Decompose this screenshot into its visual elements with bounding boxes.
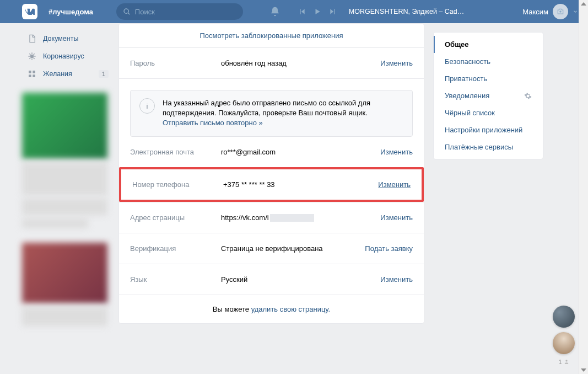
verify-request-link[interactable]: Подать заявку <box>365 244 413 253</box>
svg-line-8 <box>29 54 30 55</box>
redacted-block <box>270 214 314 222</box>
change-address-link[interactable]: Изменить <box>380 213 413 222</box>
row-value: Русский <box>221 275 380 284</box>
grid-icon <box>26 68 37 79</box>
notifications-icon[interactable] <box>269 6 280 17</box>
tab-blacklist[interactable]: Чёрный список <box>434 104 543 121</box>
change-password-link[interactable]: Изменить <box>380 59 413 67</box>
nav-wishes[interactable]: Желания 1 <box>22 65 113 83</box>
media-controls <box>298 8 337 15</box>
blocked-apps-row: Посмотреть заблокированные приложения <box>119 24 424 47</box>
top-header: #лучшедома Поиск MORGENSHTERN, Элджей – … <box>0 0 588 23</box>
sidebar-ads <box>22 93 113 326</box>
svg-point-0 <box>124 9 128 13</box>
left-sidebar: Документы Коронавирус Желания 1 <box>22 23 113 374</box>
settings-panel: Посмотреть заблокированные приложения Па… <box>118 23 424 324</box>
row-password: Пароль обновлён год назад Изменить <box>119 47 424 78</box>
row-value: Страница не верифицирована <box>221 244 365 253</box>
chat-avatar[interactable] <box>553 332 575 354</box>
row-address: Адрес страницы https://vk.com/i Изменить <box>119 202 424 233</box>
delete-prefix: Вы можете <box>213 305 251 313</box>
row-label: Верификация <box>130 244 221 253</box>
svg-line-11 <box>34 54 35 55</box>
search-icon <box>123 8 131 15</box>
row-value: https://vk.com/i <box>221 213 380 222</box>
svg-rect-13 <box>33 71 35 73</box>
tab-general[interactable]: Общее <box>434 36 543 53</box>
tab-privacy[interactable]: Приватность <box>434 70 543 87</box>
tab-security[interactable]: Безопасность <box>434 53 543 70</box>
delete-page-row: Вы можете удалить свою страницу. <box>119 295 424 323</box>
nav-badge: 1 <box>99 70 109 78</box>
chat-avatar[interactable] <box>553 306 575 328</box>
svg-rect-12 <box>29 71 31 73</box>
notice-text: На указанный адрес было отправлено письм… <box>163 99 370 117</box>
scrollbar[interactable] <box>579 0 588 374</box>
online-count[interactable]: 1 <box>558 359 569 365</box>
row-label: Электронная почта <box>130 148 221 156</box>
svg-point-16 <box>565 360 567 361</box>
row-value: ro***@gmail.com <box>221 148 380 156</box>
svg-rect-14 <box>29 74 31 77</box>
row-email: Электронная почта ro***@gmail.com Измени… <box>119 137 424 167</box>
row-value: обновлён год назад <box>221 59 380 67</box>
header-hashtag[interactable]: #лучшедома <box>48 8 93 16</box>
now-playing-track[interactable]: MORGENSHTERN, Элджей – Cadill... <box>349 8 465 15</box>
change-phone-link[interactable]: Изменить <box>378 180 411 189</box>
nav-label: Желания <box>43 70 72 78</box>
vk-logo[interactable] <box>22 4 37 19</box>
next-track-icon[interactable] <box>329 8 337 15</box>
row-language: Язык Русский Изменить <box>119 264 424 295</box>
row-verification: Верификация Страница не верифицирована П… <box>119 233 424 264</box>
svg-rect-15 <box>33 74 35 77</box>
change-language-link[interactable]: Изменить <box>380 275 413 284</box>
resend-email-link[interactable]: Отправить письмо повторно » <box>163 119 263 127</box>
delete-page-link[interactable]: удалить свою страницу. <box>251 305 331 313</box>
search-placeholder: Поиск <box>135 8 155 16</box>
tab-payments[interactable]: Платёжные сервисы <box>434 138 543 156</box>
user-menu[interactable]: Максим <box>522 4 578 19</box>
info-icon: i <box>139 98 155 114</box>
blocked-apps-link[interactable]: Посмотреть заблокированные приложения <box>200 31 343 40</box>
username: Максим <box>522 8 548 16</box>
play-icon[interactable] <box>314 8 321 15</box>
chat-bubbles: 1 <box>553 306 575 365</box>
chevron-down-icon <box>573 9 578 14</box>
gear-icon[interactable] <box>524 92 532 100</box>
prev-track-icon[interactable] <box>298 8 306 15</box>
row-value: +375 ** *** ** 33 <box>223 180 378 189</box>
svg-line-1 <box>128 13 130 14</box>
row-label: Адрес страницы <box>130 213 221 222</box>
tab-notifications[interactable]: Уведомления <box>434 87 543 104</box>
search-box[interactable]: Поиск <box>116 3 243 20</box>
virus-icon <box>26 51 37 62</box>
email-confirm-notice: i На указанный адрес было отправлено пис… <box>130 90 413 137</box>
nav-label: Коронавирус <box>43 52 84 60</box>
document-icon <box>26 33 37 44</box>
row-label: Пароль <box>130 59 221 67</box>
row-label: Язык <box>130 275 221 284</box>
svg-line-9 <box>34 58 35 59</box>
settings-tabs: Общее Безопасность Приватность Уведомлен… <box>433 32 543 159</box>
scroll-down-icon[interactable] <box>581 368 586 372</box>
phone-row-highlight: Номер телефона +375 ** *** ** 33 Изменит… <box>119 167 424 202</box>
nav-coronavirus[interactable]: Коронавирус <box>22 47 113 65</box>
nav-documents[interactable]: Документы <box>22 30 113 47</box>
row-label: Номер телефона <box>132 180 223 189</box>
tab-app-settings[interactable]: Настройки приложений <box>434 121 543 138</box>
scroll-up-icon[interactable] <box>581 2 586 6</box>
svg-line-10 <box>29 58 30 59</box>
row-phone: Номер телефона +375 ** *** ** 33 Изменит… <box>121 169 422 200</box>
change-email-link[interactable]: Изменить <box>380 148 413 156</box>
svg-point-3 <box>30 55 34 58</box>
svg-point-2 <box>559 10 562 13</box>
nav-label: Документы <box>43 35 78 42</box>
avatar <box>553 4 568 19</box>
